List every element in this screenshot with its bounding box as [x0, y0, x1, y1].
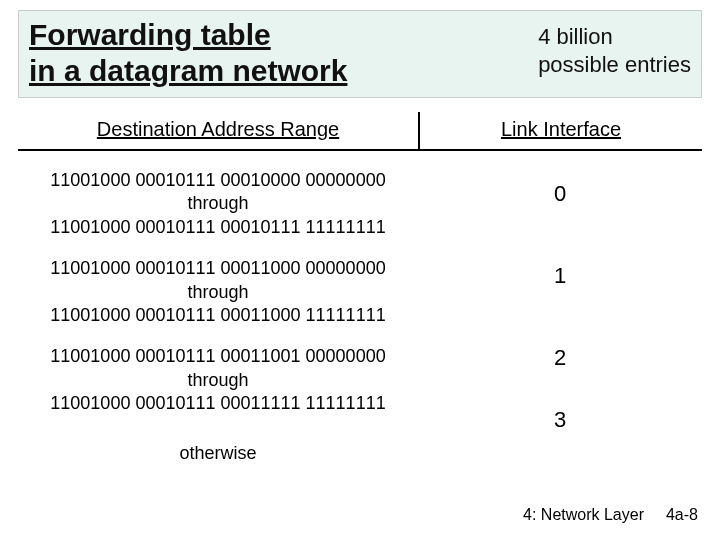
title-box: Forwarding table in a datagram network 4…: [18, 10, 702, 98]
slide: Forwarding table in a datagram network 4…: [0, 0, 720, 540]
table-header-row: Destination Address Range Link Interface: [18, 112, 702, 151]
forwarding-table: Destination Address Range Link Interface…: [18, 112, 702, 465]
table-row: 11001000 00010111 00011000 00000000 thro…: [18, 239, 418, 327]
table-body: 11001000 00010111 00010000 00000000 thro…: [18, 151, 702, 465]
annotation-line2: possible entries: [538, 52, 691, 77]
table-row: otherwise: [18, 416, 418, 465]
range-from: 11001000 00010111 00010000 00000000: [18, 169, 418, 192]
range-mid: through: [18, 281, 418, 304]
range-from: 11001000 00010111 00011000 00000000: [18, 257, 418, 280]
interface-value: 2: [418, 289, 702, 371]
footer-page: 4a-8: [666, 506, 698, 524]
footer-chapter: 4: Network Layer: [523, 506, 644, 524]
ranges-column: 11001000 00010111 00010000 00000000 thro…: [18, 151, 418, 465]
interface-value: 3: [418, 371, 702, 433]
slide-title: Forwarding table in a datagram network: [29, 17, 347, 89]
title-annotation: 4 billion possible entries: [534, 23, 691, 78]
range-mid: through: [18, 369, 418, 392]
interface-value: 0: [418, 151, 702, 207]
interface-value: 1: [418, 207, 702, 289]
range-otherwise: otherwise: [18, 442, 418, 465]
interface-column: 0 1 2 3: [418, 151, 702, 465]
annotation-line1: 4 billion: [538, 24, 613, 49]
range-to: 11001000 00010111 00011000 11111111: [18, 304, 418, 327]
title-line2: in a datagram network: [29, 54, 347, 87]
header-range: Destination Address Range: [18, 112, 418, 149]
table-row: 11001000 00010111 00011001 00000000 thro…: [18, 327, 418, 415]
range-mid: through: [18, 192, 418, 215]
range-to: 11001000 00010111 00010111 11111111: [18, 216, 418, 239]
header-interface: Link Interface: [420, 112, 702, 149]
range-to: 11001000 00010111 00011111 11111111: [18, 392, 418, 415]
table-row: 11001000 00010111 00010000 00000000 thro…: [18, 151, 418, 239]
range-from: 11001000 00010111 00011001 00000000: [18, 345, 418, 368]
slide-footer: 4: Network Layer 4a-8: [523, 506, 698, 524]
title-line1: Forwarding table: [29, 18, 271, 51]
